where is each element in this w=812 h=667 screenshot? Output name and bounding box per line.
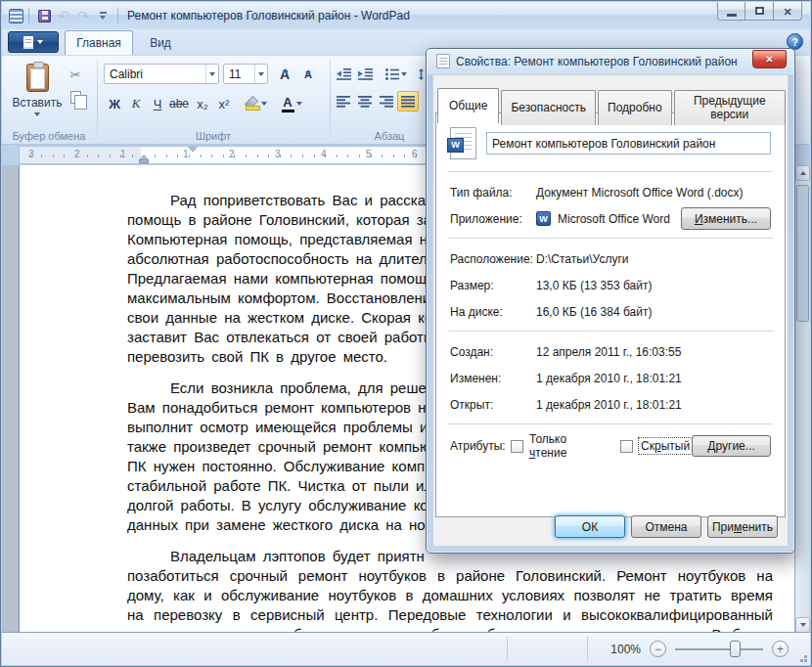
other-attributes-button[interactable]: Другие... <box>692 435 771 457</box>
opened-row: Открыт: 1 декабря 2010 г., 18:01:21 <box>436 391 785 418</box>
ruler-number: 3 <box>275 149 281 159</box>
minimize-button[interactable] <box>717 2 745 21</box>
document-line: позаботиться срочный ремонт ноутбуков в … <box>127 566 773 586</box>
zoom-slider[interactable] <box>675 641 763 657</box>
restore-button[interactable] <box>745 2 774 21</box>
first-line-indent-marker[interactable] <box>188 147 198 153</box>
arrow-up-icon <box>800 171 806 175</box>
save-button[interactable] <box>34 6 54 25</box>
vertical-scrollbar[interactable] <box>794 165 810 633</box>
left-indent-marker[interactable] <box>139 155 149 163</box>
chevron-down-icon <box>296 102 302 106</box>
tab-previous-versions[interactable]: Предыдущие версии <box>674 90 786 125</box>
properties-icon <box>436 54 450 68</box>
grow-font-button[interactable]: A <box>274 64 295 85</box>
slider-rail <box>675 648 763 650</box>
zoom-controls: 100% − + <box>610 633 789 665</box>
apply-button[interactable]: Применить <box>707 515 778 538</box>
underline-button[interactable]: Ч <box>147 93 168 114</box>
decrease-indent-icon <box>337 68 351 80</box>
divider <box>448 423 773 425</box>
divider <box>448 331 773 333</box>
window-controls <box>717 2 802 21</box>
dialog-tabs: Общие Безопасность Подробно Предыдущие в… <box>437 88 788 123</box>
slider-thumb[interactable] <box>730 641 741 657</box>
cut-button[interactable] <box>65 64 86 84</box>
chevron-down-icon <box>34 112 40 116</box>
italic-button[interactable]: К <box>125 93 147 114</box>
undo-button[interactable]: ↶ <box>54 6 73 25</box>
justify-button[interactable] <box>397 91 419 111</box>
file-type-row: Тип файла: Документ Microsoft Office Wor… <box>436 179 785 205</box>
divider <box>507 637 508 661</box>
strikethrough-button[interactable]: abe <box>168 93 190 114</box>
ruler-number: 2 <box>74 149 80 159</box>
zoom-in-button[interactable]: + <box>772 641 789 657</box>
ruler-number: 1 <box>120 149 126 159</box>
tab-details[interactable]: Подробно <box>598 90 672 125</box>
resize-grip[interactable] <box>804 659 807 662</box>
chevron-down-icon <box>99 12 108 20</box>
align-right-button[interactable] <box>376 91 397 111</box>
align-left-icon <box>337 96 350 108</box>
dialog-title-bar: Свойства: Ремонт компьютеров Головинский… <box>436 54 738 68</box>
close-button[interactable] <box>774 2 802 21</box>
document-icon <box>23 36 33 49</box>
file-name-input[interactable] <box>486 132 771 155</box>
readonly-checkbox[interactable] <box>511 440 523 453</box>
font-size-select[interactable]: 11 <box>223 64 268 84</box>
tab-view[interactable]: Вид <box>135 30 186 55</box>
zoom-out-button[interactable]: − <box>650 641 666 657</box>
paste-button[interactable]: Вставить <box>10 61 65 129</box>
scroll-down-button[interactable] <box>795 617 810 633</box>
font-group: Calibri 11 A A Ж К Ч abe x₂ x² A Шрифт <box>98 56 329 144</box>
tab-general[interactable]: Общие <box>437 88 499 123</box>
align-center-icon <box>358 96 372 108</box>
cancel-button[interactable]: Отмена <box>631 515 701 538</box>
dialog-close-button[interactable] <box>752 50 787 68</box>
ruler-number: 2 <box>229 149 235 159</box>
ruler-number: 5 <box>366 149 372 159</box>
highlight-color-button[interactable] <box>241 93 272 114</box>
change-button[interactable]: Изменить... <box>681 207 771 230</box>
font-color-button[interactable]: A <box>276 93 307 114</box>
copy-button[interactable] <box>65 87 86 108</box>
justify-icon <box>401 96 415 108</box>
scroll-up-button[interactable] <box>795 165 810 181</box>
customize-quick-access-button[interactable] <box>93 6 113 25</box>
tab-security[interactable]: Безопасность <box>501 90 596 125</box>
increase-indent-button[interactable] <box>354 64 376 84</box>
color-swatch <box>282 110 294 112</box>
tab-home[interactable]: Главная <box>65 30 133 55</box>
increase-indent-icon <box>358 68 373 80</box>
hidden-label: Скрытый <box>639 438 692 454</box>
font-family-select[interactable]: Calibri <box>104 64 219 84</box>
shrink-font-button[interactable]: A <box>297 64 319 85</box>
redo-button[interactable]: ↷ <box>73 6 93 25</box>
dialog-action-buttons: ОК Отмена Применить <box>555 515 778 538</box>
ruler-number: 3 <box>28 149 34 159</box>
chevron-down-icon <box>261 102 267 106</box>
divider <box>448 238 773 240</box>
decrease-indent-button[interactable] <box>333 64 354 84</box>
bold-button[interactable]: Ж <box>104 93 125 114</box>
properties-dialog: Свойства: Ремонт компьютеров Головинский… <box>426 48 795 554</box>
general-tab-page: Тип файла: Документ Microsoft Office Wor… <box>435 112 786 517</box>
wordpad-window: ↶ ↷ Ремонт компьютеров Головинский район… <box>0 0 812 667</box>
ok-button[interactable]: ОК <box>555 515 625 538</box>
subscript-button[interactable]: x₂ <box>192 93 213 114</box>
chevron-down-icon <box>401 72 407 76</box>
zoom-level: 100% <box>610 643 641 656</box>
dialog-client-area: Общие Безопасность Подробно Предыдущие в… <box>432 74 789 547</box>
list-button[interactable] <box>382 64 411 84</box>
ruler-number: 6 <box>412 149 418 159</box>
bullet-list-icon <box>385 68 399 80</box>
superscript-button[interactable]: x² <box>213 93 235 114</box>
scrollbar-thumb[interactable] <box>796 185 809 322</box>
document-line: дому, как и обслуживание ноутбуков в дом… <box>127 586 773 605</box>
created-row: Создан: 12 апреля 2011 г., 16:03:55 <box>436 338 785 365</box>
align-center-button[interactable] <box>354 91 376 111</box>
wordpad-menu-button[interactable] <box>8 31 59 53</box>
hidden-checkbox[interactable] <box>620 440 633 453</box>
align-left-button[interactable] <box>333 91 354 111</box>
